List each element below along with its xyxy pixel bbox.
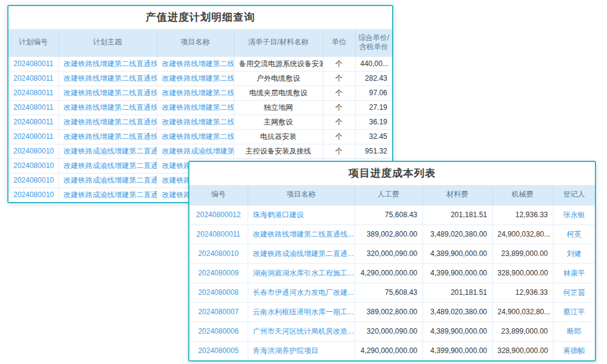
- registrant-link[interactable]: 何芷茵: [553, 283, 595, 302]
- labor-cost-cell: 4,290,000,000.00: [354, 263, 422, 283]
- material-cost-cell: 4,399,900,000.00: [422, 263, 492, 283]
- col-header-labor-cost: 人工费: [354, 185, 422, 205]
- cost-no-link[interactable]: 2024080009: [189, 263, 248, 283]
- plan-subject-link[interactable]: 改建铁路线增建第二线直通线: [58, 129, 157, 144]
- project-name-link[interactable]: 青海洪湖养护院项目: [248, 341, 354, 360]
- project-name-link[interactable]: 改建铁路线增建第二线直通线: [157, 115, 234, 129]
- table-row: 2024080011 改建铁路线增建第二线直通线 改建铁路线增建第二线直通线 主…: [8, 115, 392, 129]
- table-row: 2024080011 改建铁路线增建第二线直通线 改建铁路线增建第二线直通线 备…: [8, 56, 392, 71]
- labor-cost-cell: 389,002,800.00: [354, 302, 422, 322]
- plan-subject-link[interactable]: 改建铁路线增建第二线直通线: [58, 115, 157, 129]
- cost-no-link[interactable]: 20240800011: [189, 224, 248, 244]
- cost-no-link[interactable]: 2024080007: [189, 302, 248, 322]
- registrant-link[interactable]: 张永银: [553, 205, 595, 224]
- material-cost-cell: 201,181.51: [422, 283, 492, 302]
- registrant-link[interactable]: 断郎: [553, 322, 595, 341]
- plan-subject-link[interactable]: 改建铁路成渝线增建第二直通: [58, 158, 157, 173]
- price-cell: 27.19: [355, 100, 392, 115]
- project-name-link[interactable]: 改建铁路线增建第二线直通线...: [248, 224, 354, 244]
- machine-cost-cell: 23,899,000.00: [492, 322, 553, 341]
- material-cost-cell: 201,181.51: [422, 205, 492, 224]
- cost-no-link[interactable]: 2024080005: [189, 341, 248, 360]
- item-name-cell: 备用交流电源系统设备安装: [234, 56, 323, 71]
- price-cell: 951.32: [355, 144, 392, 158]
- price-cell: 32.45: [355, 129, 392, 144]
- col-header-project-name: 项目名称: [157, 29, 234, 56]
- cost-no-link[interactable]: 20240800012: [189, 205, 248, 224]
- project-name-link[interactable]: 改建铁路线增建第二线直通线: [157, 71, 234, 86]
- project-name-link[interactable]: 改建铁路线增建第二线直通线: [157, 86, 234, 100]
- machine-cost-cell: 12,936.33: [492, 205, 553, 224]
- plan-no-link[interactable]: 2024080011: [8, 71, 58, 86]
- cost-list-table: 编号 项目名称 人工费 材料费 机械费 登记人 20240800012 珠海鹤港…: [189, 185, 595, 360]
- project-name-link[interactable]: 长春市伊通河水力发电厂改建...: [248, 283, 354, 302]
- project-name-link[interactable]: 改建铁路成渝线增建第二直通...: [248, 244, 354, 263]
- col-header-material-cost: 材料费: [422, 185, 492, 205]
- item-name-cell: 电抗器安装: [234, 129, 323, 144]
- plan-no-link[interactable]: 2024080010: [8, 173, 58, 187]
- plan-no-link[interactable]: 2024080011: [8, 86, 58, 100]
- plan-subject-link[interactable]: 改建铁路成渝线增建第二直通: [58, 187, 157, 202]
- panel2-title: 项目进度成本列表: [189, 162, 595, 185]
- machine-cost-cell: 24,900,032,80...: [492, 302, 553, 322]
- col-header-unit: 单位: [323, 29, 355, 56]
- table-row: 2024080008 长春市伊通河水力发电厂改建... 75,608.43 20…: [189, 283, 595, 302]
- plan-subject-link[interactable]: 改建铁路线增建第二线直通线: [58, 56, 157, 71]
- material-cost-cell: 4,399,900,000.00: [422, 341, 492, 360]
- plan-subject-link[interactable]: 改建铁路线增建第二线直通线: [58, 86, 157, 100]
- price-cell: 440,00...: [355, 56, 392, 71]
- registrant-link[interactable]: 蔡江平: [553, 302, 595, 322]
- table-row: 2024080006 广州市天河区统计局机房改造... 320,000,090.…: [189, 322, 595, 341]
- table-row: 2024080011 改建铁路线增建第二线直通线 改建铁路线增建第二线直通线 独…: [8, 100, 392, 115]
- project-name-link[interactable]: 改建铁路成渝线增建第二直通: [157, 144, 234, 158]
- col-header-registrant: 登记人: [553, 185, 595, 205]
- plan-no-link[interactable]: 2024080011: [8, 100, 58, 115]
- plan-no-link[interactable]: 2024080010: [8, 187, 58, 202]
- project-name-link[interactable]: 云南水利枢纽潜明水库一期工...: [248, 302, 354, 322]
- material-cost-cell: 3,489,020,380.00: [422, 224, 492, 244]
- item-name-cell: 电缆夹层电缆敷设: [234, 86, 323, 100]
- cost-no-link[interactable]: 2024080008: [189, 283, 248, 302]
- machine-cost-cell: 328,900,000.00: [492, 341, 553, 360]
- plan-no-link[interactable]: 2024080011: [8, 129, 58, 144]
- plan-subject-link[interactable]: 改建铁路线增建第二线直通线: [58, 100, 157, 115]
- project-progress-cost-panel: 项目进度成本列表 编号 项目名称 人工费 材料费 机械费 登记人: [188, 161, 596, 362]
- col-header-item-name: 清单子目/材料名称: [234, 29, 323, 56]
- table-row: 2024080010 改建铁路成渝线增建第二直通 改建铁路成渝线增建第二直通 主…: [8, 144, 392, 158]
- labor-cost-cell: 320,000,090.00: [354, 322, 422, 341]
- unit-cell: 个: [323, 56, 355, 71]
- plan-no-link[interactable]: 2024080010: [8, 158, 58, 173]
- table-row: 2024080011 改建铁路线增建第二线直通线 改建铁路线增建第二线直通线 户…: [8, 71, 392, 86]
- col-header-plan-no: 计划编号: [8, 29, 58, 56]
- labor-cost-cell: 4,290,000,000.00: [354, 341, 422, 360]
- registrant-link[interactable]: 林康平: [553, 263, 595, 283]
- registrant-link[interactable]: 柯英: [553, 224, 595, 244]
- col-header-project-name: 项目名称: [248, 185, 354, 205]
- project-name-link[interactable]: 改建铁路线增建第二线直通线: [157, 129, 234, 144]
- item-name-cell: 独立地网: [234, 100, 323, 115]
- plan-subject-link[interactable]: 改建铁路成渝线增建第二直通: [58, 144, 157, 158]
- registrant-link[interactable]: 蒋德帧: [553, 341, 595, 360]
- plan-no-link[interactable]: 2024080011: [8, 56, 58, 71]
- table-row: 20240800012 珠海鹤港口建设 75,608.43 201,181.51…: [189, 205, 595, 224]
- plan-no-link[interactable]: 2024080010: [8, 144, 58, 158]
- unit-cell: 个: [323, 129, 355, 144]
- cost-no-link[interactable]: 2024080010: [189, 244, 248, 263]
- project-name-link[interactable]: 珠海鹤港口建设: [248, 205, 354, 224]
- table-row: 2024080009 湖南洞庭湖水库引水工程施工... 4,290,000,00…: [189, 263, 595, 283]
- machine-cost-cell: 23,899,000.00: [492, 244, 553, 263]
- plan-subject-link[interactable]: 改建铁路线增建第二线直通线: [58, 71, 157, 86]
- cost-no-link[interactable]: 2024080006: [189, 322, 248, 341]
- col-header-price: 综合单价/含税单价: [355, 29, 392, 56]
- panel1-title: 产值进度计划明细查询: [8, 6, 392, 29]
- project-name-link[interactable]: 湖南洞庭湖水库引水工程施工...: [248, 263, 354, 283]
- plan-subject-link[interactable]: 改建铁路成渝线增建第二直通: [58, 173, 157, 187]
- table-row: 2024080010 改建铁路成渝线增建第二直通... 320,000,090.…: [189, 244, 595, 263]
- plan-no-link[interactable]: 2024080011: [8, 115, 58, 129]
- cost-list-header-row: 编号 项目名称 人工费 材料费 机械费 登记人: [189, 185, 595, 205]
- registrant-link[interactable]: 刘健: [553, 244, 595, 263]
- project-name-link[interactable]: 广州市天河区统计局机房改造...: [248, 322, 354, 341]
- material-cost-cell: 3,489,020,380.00: [422, 302, 492, 322]
- project-name-link[interactable]: 改建铁路线增建第二线直通线: [157, 100, 234, 115]
- project-name-link[interactable]: 改建铁路线增建第二线直通线: [157, 56, 234, 71]
